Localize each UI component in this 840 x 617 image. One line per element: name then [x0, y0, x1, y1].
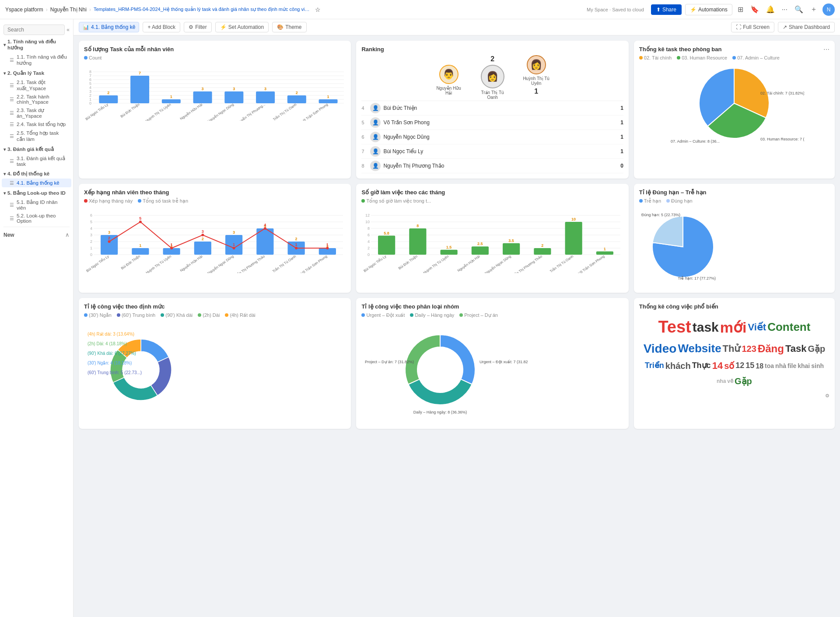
svg-rect-128: [534, 248, 551, 255]
sidebar-item-label: 1.1. Tính năng và điều hướng: [17, 54, 68, 66]
sidebar-section-header-1[interactable]: ▾ 1. Tính năng và điều hướng: [0, 37, 73, 53]
tab-chart-icon: 📊: [83, 24, 89, 30]
sidebar-section-4: ▾ 4. Đồ thị thống kê ☰4.1. Bảng thống kê: [0, 169, 73, 187]
sidebar-item-5-2[interactable]: ☰5.2. Look-up theo Option: [2, 212, 71, 225]
sidebar-sections: ▾ 1. Tính năng và điều hướng ☰1.1. Tính …: [0, 37, 73, 225]
month-ranking-title: Xếp hạng nhân viên theo tháng: [84, 189, 346, 196]
word-Task: Task: [785, 343, 807, 354]
sidebar-section-header-4[interactable]: ▾ 4. Đồ thị thống kê: [0, 169, 73, 179]
sidebar-item-1-1[interactable]: ☰1.1. Tính năng và điều hướng: [2, 53, 71, 67]
star-icon[interactable]: ☆: [315, 6, 321, 13]
rank-name-1: Nguyễn Hữu Hải: [434, 86, 464, 95]
svg-text:Project – Dự án: 7 (31.82%): Project – Dự án: 7 (31.82%): [365, 360, 414, 364]
filter-btn[interactable]: ⚙ Filter: [184, 22, 212, 32]
svg-text:10: 10: [365, 220, 370, 224]
sidebar-section-header-3[interactable]: ▾ 3. Đánh giá kết quả: [0, 144, 73, 154]
share-dashboard-btn[interactable]: ↗ Share Dashboard: [778, 22, 835, 32]
sidebar-item-5-1[interactable]: ☰5.1. Bảng ID nhân viên: [2, 198, 71, 212]
svg-text:Bùi Đức Thiện: Bùi Đức Thiện: [398, 254, 418, 270]
doc-icon: ☰: [10, 180, 14, 186]
share-button[interactable]: ⬆ Share: [651, 4, 682, 15]
card-work-group: Tỉ lệ công việc theo phân loại nhóm Urge…: [356, 298, 628, 429]
doc-icon: ☰: [10, 158, 14, 164]
automations-button[interactable]: ⚡ Automations: [685, 4, 732, 15]
card-ontime: Tỉ lệ Đúng hạn – Trễ hạn Trễ hạnĐúng hạn…: [634, 184, 835, 293]
rank-num-2: 2: [490, 55, 494, 63]
svg-rect-27: [193, 91, 212, 103]
sidebar-item-2-5[interactable]: ☰2.5. Tổng hợp task cần làm: [2, 129, 71, 144]
toolbar-right: ⛶ Full Screen ↗ Share Dashboard: [731, 22, 835, 32]
bookmark-icon-btn[interactable]: 🔖: [749, 4, 761, 15]
sidebar-item-2-1[interactable]: ☰2.1. Task đột xuất_Yspace: [2, 78, 71, 93]
svg-text:3: 3: [233, 230, 235, 235]
work-group-title: Tỉ lệ công việc theo phân loại nhóm: [361, 303, 623, 310]
add-icon-btn[interactable]: ＋: [808, 3, 819, 16]
month-ranking-legend: Xếp hạng tháng nàyTổng số task trễ hạn: [84, 198, 346, 204]
gallery-icon-btn[interactable]: ⊞: [736, 4, 745, 15]
svg-text:Nguyễn Thị Phương Thảo: Nguyễn Thị Phương Thảo: [507, 254, 543, 273]
svg-text:2: 2: [296, 91, 298, 95]
user-avatar[interactable]: N: [822, 4, 835, 16]
word-nha: nha: [717, 378, 726, 384]
svg-text:Bùi Đức Thiện: Bùi Đức Thiện: [120, 254, 141, 270]
sidebar-item-2-3[interactable]: ☰2.3. Task dự án_Yspace: [2, 106, 71, 120]
word-12: 12: [735, 361, 744, 371]
card-word-cloud: Thống kê công việc phổ biến TesttaskmớiV…: [634, 298, 835, 429]
rank-person-2: 2 👩 Trần Thị Tú Oanh: [477, 55, 508, 100]
svg-text:03. Human Resource: 7 (31.82%): 03. Human Resource: 7 (31.82%): [760, 137, 804, 141]
doc-icon: ☰: [10, 110, 14, 116]
search-input[interactable]: [4, 25, 65, 35]
svg-text:0: 0: [89, 101, 91, 105]
new-section-toggle[interactable]: ∧: [65, 231, 70, 238]
ranking-avatar-sm-8: 👤: [370, 161, 381, 171]
svg-text:7: 7: [89, 74, 91, 78]
svg-text:Nguyễn Hữu Hải: Nguyễn Hữu Hải: [179, 102, 203, 121]
svg-rect-24: [162, 99, 181, 103]
svg-text:3: 3: [202, 229, 204, 234]
svg-text:07. Admin – Culture: 8 (36...: 07. Admin – Culture: 8 (36...: [671, 139, 720, 144]
ranking-top3: 👨 Nguyễn Hữu Hải 2 👩 Trần Thị Tú Oanh 👩 …: [361, 55, 623, 95]
svg-text:1.5: 1.5: [446, 245, 452, 249]
svg-text:2: 2: [368, 246, 370, 250]
svg-text:2: 2: [542, 243, 544, 248]
svg-text:2: 2: [89, 93, 91, 98]
sidebar: « ▾ 1. Tính năng và điều hướng ☰1.1. Tín…: [0, 19, 74, 617]
sidebar-item-4-1[interactable]: ☰4.1. Bảng thống kê: [2, 179, 71, 187]
fullscreen-btn[interactable]: ⛶ Full Screen: [731, 22, 774, 32]
sidebar-item-3-1[interactable]: ☰3.1. Đánh giá kết quả task: [2, 154, 71, 168]
sidebar-section-header-5[interactable]: ▾ 5. Bảng Look-up theo ID: [0, 188, 73, 198]
search-icon-btn[interactable]: 🔍: [793, 4, 805, 15]
ranking-content: 👨 Nguyễn Hữu Hải 2 👩 Trần Thị Tú Oanh 👩 …: [361, 55, 623, 173]
add-block-btn[interactable]: + Add Block: [143, 22, 180, 32]
ranking-row-6: 6 👤 Nguyễn Ngọc Dũng 1: [361, 130, 623, 144]
svg-text:1: 1: [604, 247, 606, 251]
sidebar-item-label: 3.1. Đánh giá kết quả task: [17, 155, 68, 167]
word-Video: Video: [644, 341, 677, 356]
sidebar-section-5: ▾ 5. Bảng Look-up theo ID ☰5.1. Bảng ID …: [0, 188, 73, 225]
sidebar-item-2-4[interactable]: ☰2.4. Task list tổng hợp: [2, 120, 71, 129]
more-icon-btn[interactable]: ···: [780, 4, 789, 15]
set-automation-btn[interactable]: ⚡ Set Automation: [215, 22, 269, 32]
svg-text:1: 1: [170, 95, 172, 99]
doc-icon: ☰: [10, 122, 14, 127]
ranking-score-5: 1: [620, 119, 623, 126]
theme-btn[interactable]: 🎨 Theme: [272, 22, 306, 32]
card-menu-btn[interactable]: ⋯: [823, 46, 830, 53]
bell-icon-btn[interactable]: 🔔: [764, 4, 777, 15]
sidebar-item-label: 2.4. Task list tổng hợp: [17, 121, 66, 127]
ontime-legend-item: Đúng hạn: [666, 198, 693, 204]
sidebar-item-2-2[interactable]: ☰2.2. Task hành chính_Yspace: [2, 93, 71, 106]
card-task-count-title: Số lượng Task của mỗi nhân viên: [84, 46, 346, 53]
chevron-icon: ▾: [4, 147, 6, 152]
dept-legend-item: 07. Admin – Culture: [732, 55, 780, 60]
sidebar-collapse-btn[interactable]: «: [66, 27, 70, 33]
svg-text:5: 5: [90, 220, 92, 224]
sidebar-section-header-2[interactable]: ▾ 2. Quản lý Task: [0, 68, 73, 78]
chevron-icon: ▾: [4, 191, 6, 196]
svg-rect-18: [99, 95, 118, 103]
sidebar-section-3: ▾ 3. Đánh giá kết quả ☰3.1. Đánh giá kết…: [0, 144, 73, 168]
doc-icon: ☰: [10, 216, 14, 221]
svg-text:(90') Khá dài: 6 (27.27%): (90') Khá dài: 6 (27.27%): [88, 351, 136, 356]
tab-bang-thong-ke[interactable]: 📊 4.1. Bảng thống kê: [79, 22, 139, 32]
word-task: task: [693, 319, 719, 335]
